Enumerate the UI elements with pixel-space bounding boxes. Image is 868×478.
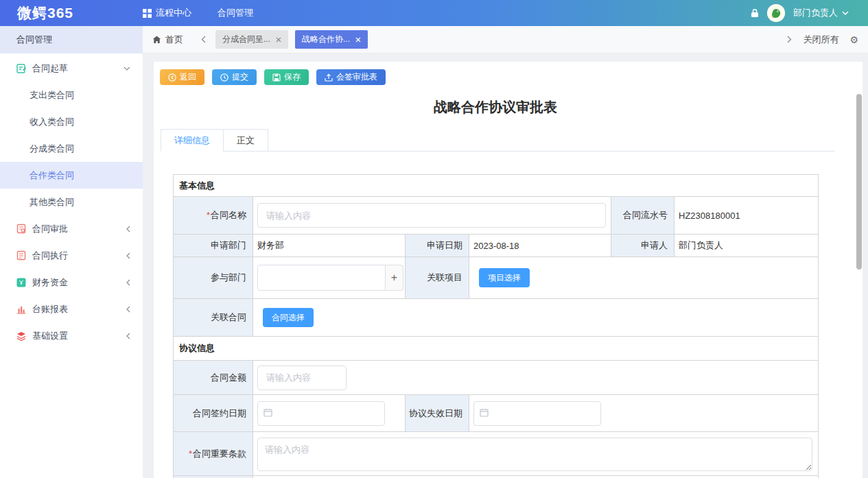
chevron-down-icon	[124, 67, 130, 71]
sidebar-item-label: 合同执行	[32, 250, 68, 262]
related-contract-cell: 合同选择	[253, 299, 819, 337]
close-icon[interactable]	[355, 37, 361, 43]
add-department-button[interactable]: +	[385, 265, 403, 291]
apply-dept-value: 财务部	[253, 235, 406, 257]
save-button[interactable]: 保存	[264, 69, 309, 85]
expire-date-cell	[469, 395, 819, 432]
gear-icon[interactable]: ⚙	[849, 34, 858, 45]
countersign-button[interactable]: 会签审批表	[316, 69, 386, 85]
related-contract-label: 关联合同	[174, 299, 253, 337]
tab-home[interactable]: 首页	[147, 34, 191, 46]
sidebar-item-ledger-reports[interactable]: 台账报表	[0, 296, 143, 322]
sidebar: 合同管理 合同起草 支出类合同 收入类合同 分成类合同 合作类合同 其他类合同	[0, 26, 143, 478]
tab-strategic-cooperation[interactable]: 战略合作协...	[295, 30, 368, 49]
sidebar-item-income-contract[interactable]: 收入类合同	[0, 108, 143, 135]
sign-date-input[interactable]	[257, 401, 385, 426]
back-button[interactable]: 返回	[160, 69, 204, 85]
sidebar-item-contract-draft[interactable]: 合同起草	[0, 55, 143, 82]
tab-main-text[interactable]: 正文	[224, 129, 268, 152]
sidebar-title: 合同管理	[0, 26, 143, 53]
user-name: 部门负责人	[793, 7, 838, 19]
tab-scroll-right[interactable]	[787, 36, 792, 43]
back-button-label: 返回	[180, 71, 196, 83]
tab-share-contract[interactable]: 分成合同呈...	[215, 30, 288, 49]
next-row-cell	[253, 476, 819, 478]
top-header-bar: 微鳄365 流程中心 合同管理 部门负责人	[0, 0, 868, 26]
tab-label: 分成合同呈...	[222, 34, 270, 45]
tab-home-label: 首页	[165, 34, 183, 46]
form-toolbar: 返回 提交 保存	[154, 62, 863, 85]
top-nav-label: 合同管理	[218, 7, 253, 19]
form-title: 战略合作协议审批表	[173, 98, 818, 117]
section-header-agreement-info: 协议信息	[174, 337, 819, 361]
clock-icon	[220, 73, 228, 82]
project-select-button[interactable]: 项目选择	[479, 268, 530, 287]
close-icon[interactable]	[276, 37, 281, 43]
vertical-scrollbar[interactable]	[856, 94, 862, 270]
amount-input[interactable]	[257, 366, 347, 390]
expire-date-label: 协议失效日期	[406, 395, 469, 432]
expire-date-input[interactable]	[473, 401, 601, 426]
chevron-left-icon	[126, 252, 130, 259]
applicant-label: 申请人	[611, 235, 675, 257]
join-dept-cell: +	[253, 257, 406, 299]
apply-date-value: 2023-08-18	[469, 235, 611, 257]
serial-label: 合同流水号	[611, 197, 675, 235]
save-icon	[272, 73, 281, 82]
detail-tabs: 详细信息 正文	[161, 129, 835, 152]
close-all-tabs[interactable]: 关闭所有	[803, 34, 838, 46]
contract-name-input[interactable]	[257, 203, 606, 228]
share-icon	[325, 73, 333, 82]
grid-icon	[143, 9, 152, 18]
sidebar-item-cooperation-contract[interactable]: 合作类合同	[0, 162, 143, 189]
sidebar-item-expense-contract[interactable]: 支出类合同	[0, 82, 143, 108]
sidebar-item-label: 基础设置	[32, 330, 68, 342]
amount-label: 合同金额	[174, 361, 253, 395]
sidebar-item-basic-settings[interactable]: 基础设置	[0, 322, 143, 349]
page-tab-bar: 首页 分成合同呈... 战略合作协... 关闭所	[143, 26, 868, 53]
lock-icon[interactable]	[751, 8, 759, 18]
contract-select-button[interactable]: 合同选择	[263, 308, 314, 327]
form-card: 返回 提交 保存	[154, 62, 863, 478]
contract-name-label: *合同名称	[174, 197, 253, 235]
join-dept-input[interactable]	[257, 265, 403, 291]
chevron-down-icon	[842, 11, 849, 15]
contract-name-cell	[253, 197, 611, 235]
avatar[interactable]	[767, 4, 785, 22]
draft-doc-icon	[16, 63, 26, 73]
key-terms-textarea[interactable]	[257, 438, 812, 471]
sidebar-item-finance-funds[interactable]: 财务资金	[0, 269, 143, 296]
user-menu[interactable]: 部门负责人	[793, 7, 849, 19]
apply-date-label: 申请日期	[406, 235, 469, 257]
top-nav-label: 流程中心	[156, 7, 191, 19]
top-nav-process-center[interactable]: 流程中心	[143, 7, 191, 19]
tab-scroll-left[interactable]	[191, 36, 215, 43]
amount-cell	[253, 361, 819, 395]
sidebar-item-contract-execution[interactable]: 合同执行	[0, 242, 143, 269]
apply-dept-label: 申请部门	[174, 235, 253, 257]
sidebar-item-other-contract[interactable]: 其他类合同	[0, 189, 143, 215]
approval-doc-icon	[16, 224, 26, 234]
sidebar-item-share-contract[interactable]: 分成类合同	[0, 135, 143, 162]
sidebar-item-label: 合同审批	[32, 223, 68, 235]
section-header-basic-info: 基本信息	[174, 175, 819, 197]
next-row-label	[174, 476, 253, 478]
bar-chart-icon	[16, 304, 26, 314]
sidebar-item-label: 合同起草	[32, 62, 68, 75]
content-area: 返回 提交 保存	[143, 53, 868, 478]
tab-detail-info[interactable]: 详细信息	[161, 129, 224, 152]
contract-form-table: 基本信息 *合同名称 合同流水号 HZ2308180001 申请部门 财务部 申…	[173, 174, 819, 478]
sidebar-item-contract-approval[interactable]: 合同审批	[0, 215, 143, 242]
top-nav: 流程中心 合同管理	[143, 7, 253, 19]
save-button-label: 保存	[284, 71, 301, 83]
top-nav-contract-management[interactable]: 合同管理	[218, 7, 253, 19]
applicant-value: 部门负责人	[675, 235, 819, 257]
key-terms-cell	[253, 432, 819, 476]
submit-button-label: 提交	[232, 71, 248, 83]
required-mark: *	[189, 449, 192, 459]
submit-button[interactable]: 提交	[212, 69, 257, 85]
back-circle-icon	[168, 73, 176, 82]
topbar-right: 部门负责人	[751, 4, 868, 22]
required-mark: *	[207, 210, 210, 220]
layers-icon	[16, 331, 26, 341]
